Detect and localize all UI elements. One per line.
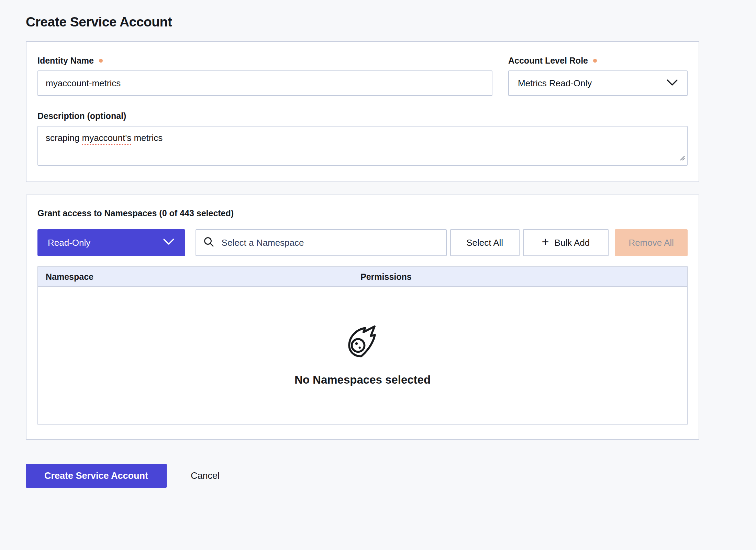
identity-name-input[interactable] xyxy=(37,70,492,96)
cancel-button[interactable]: Cancel xyxy=(191,471,220,481)
namespaces-toolbar: Read-Only Select All xyxy=(37,229,688,256)
select-all-button[interactable]: Select All xyxy=(450,229,520,256)
namespaces-card: Grant access to Namespaces (0 of 443 sel… xyxy=(26,195,699,440)
identity-name-field: Identity Name xyxy=(37,56,492,96)
permission-dropdown-value: Read-Only xyxy=(48,238,90,248)
page-actions: Create Service Account Cancel xyxy=(26,464,756,488)
chevron-down-icon xyxy=(163,238,175,248)
description-textarea[interactable]: scraping myaccount's metrics xyxy=(37,126,688,166)
description-label: Description (optional) xyxy=(37,111,126,121)
namespace-search xyxy=(196,229,447,256)
account-level-role-value: Metrics Read-Only xyxy=(518,78,592,89)
namespaces-heading: Grant access to Namespaces (0 of 443 sel… xyxy=(37,208,688,218)
bulk-add-button[interactable]: + Bulk Add xyxy=(523,229,609,256)
plus-icon: + xyxy=(542,236,549,248)
identity-row: Identity Name Account Level Role Metrics… xyxy=(37,56,688,96)
namespaces-table: Namespace Permissions No Namespaces sele… xyxy=(37,266,688,425)
account-level-role-label-row: Account Level Role xyxy=(508,56,688,66)
resize-handle-icon[interactable] xyxy=(679,153,686,164)
account-level-role-field: Account Level Role Metrics Read-Only xyxy=(508,56,688,96)
required-dot-icon xyxy=(593,59,597,63)
namespaces-table-header: Namespace Permissions xyxy=(38,267,687,287)
account-level-role-label: Account Level Role xyxy=(508,56,588,66)
create-service-account-button[interactable]: Create Service Account xyxy=(26,464,167,488)
remove-all-label: Remove All xyxy=(629,238,674,248)
empty-state-text: No Namespaces selected xyxy=(294,373,431,386)
remove-all-button[interactable]: Remove All xyxy=(615,229,688,256)
bulk-add-label: Bulk Add xyxy=(555,238,590,248)
identity-name-label: Identity Name xyxy=(37,56,94,66)
description-value-suffix: metrics xyxy=(131,133,163,143)
search-icon xyxy=(203,236,215,249)
identity-name-label-row: Identity Name xyxy=(37,56,492,66)
page-title: Create Service Account xyxy=(26,14,756,30)
description-label-row: Description (optional) xyxy=(37,111,688,121)
account-level-role-select[interactable]: Metrics Read-Only xyxy=(508,70,688,96)
namespaces-table-body: No Namespaces selected xyxy=(38,287,687,424)
select-all-label: Select All xyxy=(466,238,503,248)
column-header-namespace: Namespace xyxy=(38,272,360,282)
chevron-down-icon xyxy=(666,78,678,89)
description-value-prefix: scraping xyxy=(46,133,82,143)
description-field: Description (optional) scraping myaccoun… xyxy=(37,111,688,166)
description-value-misspelled: myaccount's xyxy=(82,133,132,143)
permission-dropdown[interactable]: Read-Only xyxy=(37,229,185,256)
comet-icon xyxy=(346,324,379,359)
namespace-search-input[interactable] xyxy=(221,237,439,249)
required-dot-icon xyxy=(99,59,103,63)
identity-card: Identity Name Account Level Role Metrics… xyxy=(26,41,699,182)
column-header-permissions: Permissions xyxy=(360,272,412,282)
create-service-account-page: Create Service Account Identity Name Acc… xyxy=(0,0,756,488)
